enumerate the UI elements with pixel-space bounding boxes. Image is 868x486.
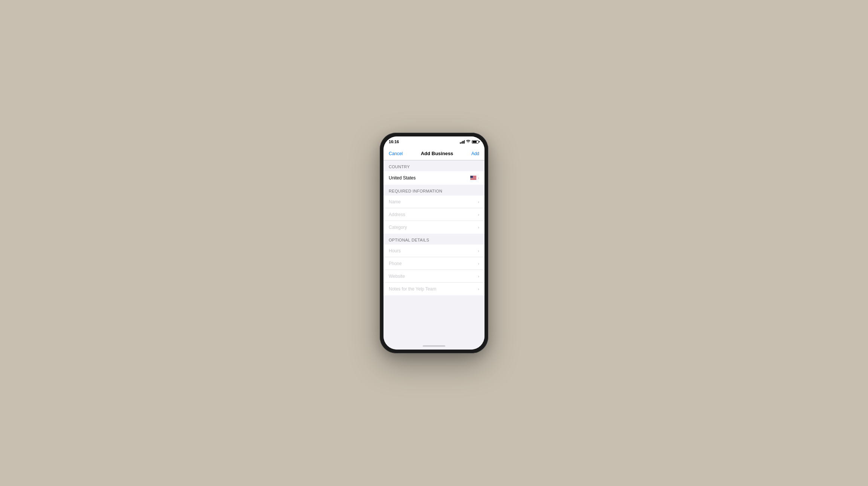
notes-right: ›: [478, 287, 479, 291]
wifi-icon: [466, 140, 470, 144]
phone-device: 16:16: [380, 133, 488, 353]
category-right: ›: [478, 225, 479, 230]
address-chevron-icon: ›: [478, 212, 479, 217]
signal-bars-icon: [460, 140, 465, 144]
list-item-category[interactable]: Category ›: [383, 221, 485, 234]
category-chevron-icon: ›: [478, 225, 479, 230]
svg-rect-11: [470, 179, 476, 179]
required-section-list: Name › Address › Category ›: [383, 196, 485, 234]
status-bar: 16:16: [383, 136, 485, 147]
svg-rect-7: [470, 178, 476, 178]
optional-section-list: Hours › Phone › Website ›: [383, 244, 485, 295]
country-section-header: Country: [383, 160, 485, 171]
country-value: United States: [389, 175, 416, 181]
status-icons: [460, 140, 479, 144]
nav-bar: Cancel Add Business Add: [383, 147, 485, 160]
battery-icon: [472, 140, 479, 144]
name-label: Name: [389, 199, 401, 204]
status-time: 16:16: [389, 139, 399, 144]
hours-chevron-icon: ›: [478, 249, 479, 253]
website-right: ›: [478, 274, 479, 279]
list-item-address[interactable]: Address ›: [383, 208, 485, 221]
required-header-label: Required Information: [389, 189, 442, 193]
svg-rect-10: [470, 179, 476, 179]
optional-header-label: Optional Details: [389, 238, 429, 242]
website-chevron-icon: ›: [478, 274, 479, 279]
notes-chevron-icon: ›: [478, 287, 479, 291]
hours-right: ›: [478, 249, 479, 253]
list-item-website[interactable]: Website ›: [383, 270, 485, 283]
home-indicator: [383, 342, 485, 350]
phone-chevron-icon: ›: [478, 261, 479, 266]
list-item-notes[interactable]: Notes for the Yelp Team ›: [383, 283, 485, 295]
country-right-icons: ›: [470, 175, 479, 181]
notes-label: Notes for the Yelp Team: [389, 286, 436, 292]
main-content: Country United States: [383, 160, 485, 342]
nav-title: Add Business: [421, 151, 453, 156]
website-label: Website: [389, 274, 405, 279]
us-flag-icon: [470, 175, 476, 181]
address-label: Address: [389, 212, 405, 217]
name-right: ›: [478, 200, 479, 204]
name-chevron-icon: ›: [478, 200, 479, 204]
address-right: ›: [478, 212, 479, 217]
list-item-hours[interactable]: Hours ›: [383, 244, 485, 257]
country-header-label: Country: [389, 164, 410, 169]
home-bar: [423, 345, 445, 347]
hours-label: Hours: [389, 248, 401, 253]
list-item-name[interactable]: Name ›: [383, 196, 485, 208]
country-row[interactable]: United States: [383, 171, 485, 185]
cancel-button[interactable]: Cancel: [389, 151, 403, 156]
svg-rect-9: [470, 179, 476, 179]
svg-rect-13: [470, 176, 473, 178]
add-button[interactable]: Add: [471, 151, 479, 156]
phone-right: ›: [478, 261, 479, 266]
country-section-list: United States: [383, 171, 485, 185]
list-item-phone[interactable]: Phone ›: [383, 257, 485, 270]
category-label: Category: [389, 225, 407, 230]
required-section-header: Required Information: [383, 185, 485, 196]
empty-space: [383, 295, 485, 325]
svg-rect-12: [470, 179, 476, 180]
svg-rect-8: [470, 178, 476, 179]
phone-label: Phone: [389, 261, 402, 266]
optional-section-header: Optional Details: [383, 234, 485, 244]
phone-screen: 16:16: [383, 136, 485, 350]
country-chevron-icon: ›: [478, 176, 479, 180]
